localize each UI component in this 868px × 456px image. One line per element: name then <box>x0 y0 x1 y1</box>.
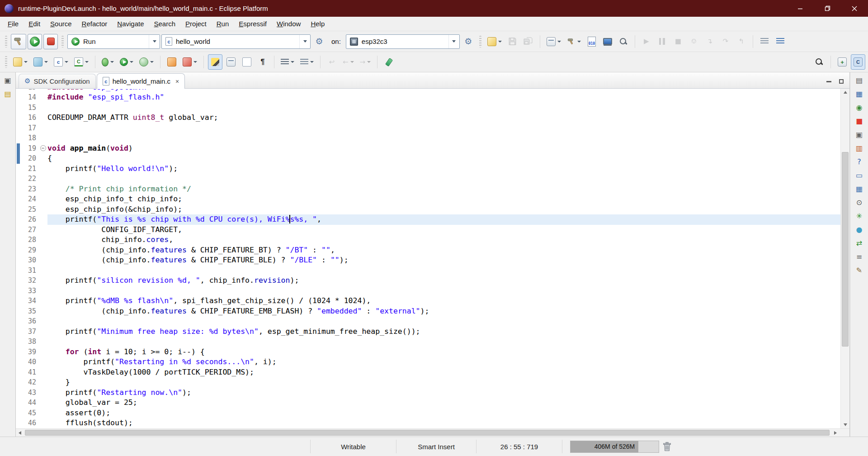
annotation-ruler[interactable] <box>16 286 21 296</box>
code-line-29[interactable]: 29 (chip_info.features & CHIP_FEATURE_BT… <box>16 245 840 256</box>
new-file-dropdown[interactable]: c <box>52 54 71 70</box>
code-line-20[interactable]: 20{ <box>16 153 840 164</box>
annotation-ruler[interactable] <box>16 388 21 398</box>
minimize-view-button[interactable] <box>825 78 832 85</box>
open-type-button[interactable] <box>165 54 179 70</box>
annotation-ruler[interactable] <box>16 266 21 276</box>
scroll-right-button[interactable] <box>831 429 840 437</box>
code-line-37[interactable]: 37 printf("Minimum free heap size: %d by… <box>16 327 840 337</box>
annotation-ruler[interactable] <box>16 164 21 174</box>
sort-dropdown[interactable] <box>278 54 297 70</box>
show-source-button[interactable] <box>240 54 254 70</box>
code-line-18[interactable]: 18 <box>16 133 840 143</box>
code-line-23[interactable]: 23 /* Print chip information */ <box>16 184 840 195</box>
annotation-ruler[interactable] <box>16 194 21 204</box>
menu-refactor[interactable]: Refactor <box>77 17 113 31</box>
code-line-19[interactable]: 19−void app_main(void) <box>16 143 840 154</box>
code-text[interactable] <box>47 286 840 296</box>
horizontal-scroll-thumb[interactable] <box>25 430 830 436</box>
minimized-view-table-icon[interactable]: ▦ <box>854 183 865 195</box>
code-text[interactable]: #include "esp_spi_flash.h" <box>47 92 840 103</box>
external-tools-dropdown[interactable] <box>180 54 199 70</box>
build-button[interactable] <box>11 34 26 49</box>
launch-config-dropdown-arrow[interactable] <box>299 35 310 48</box>
code-line-46[interactable]: 46 fflush(stdout); <box>16 418 840 428</box>
step-return-button[interactable]: ↰ <box>734 34 749 49</box>
toolbar-grip[interactable] <box>61 36 64 48</box>
vertical-scroll-thumb[interactable] <box>842 152 849 347</box>
show-whitespace-toggle[interactable]: ¶ <box>255 54 270 70</box>
annotation-ruler[interactable] <box>16 204 21 215</box>
minimized-view-search-icon[interactable]: ⊙ <box>854 197 865 208</box>
code-text[interactable]: printf("Hello world!\n"); <box>47 164 840 174</box>
code-line-17[interactable]: 17 <box>16 123 840 133</box>
mark-occurrences-toggle[interactable] <box>208 54 222 70</box>
back-dropdown[interactable]: ← <box>340 54 356 70</box>
annotation-ruler[interactable] <box>16 398 21 408</box>
code-line-34[interactable]: 34 printf("%dMB %s flash\n", spi_flash_g… <box>16 296 840 306</box>
debug-dropdown[interactable] <box>99 54 116 70</box>
build-all-dropdown[interactable] <box>565 34 583 49</box>
menu-source[interactable]: Source <box>45 17 77 31</box>
annotation-ruler[interactable] <box>16 214 21 225</box>
annotation-ruler[interactable] <box>16 153 21 164</box>
menu-run[interactable]: Run <box>212 17 234 31</box>
annotation-ruler[interactable] <box>16 316 21 327</box>
annotation-ruler[interactable] <box>16 327 21 337</box>
code-text[interactable]: (chip_info.features & CHIP_FEATURE_BLE) … <box>47 255 840 266</box>
code-text[interactable]: assert(0); <box>47 408 840 418</box>
code-line-42[interactable]: 42 } <box>16 377 840 388</box>
minimized-view-registers-icon[interactable]: ▥ <box>854 142 865 154</box>
annotation-ruler[interactable] <box>16 113 21 123</box>
disconnect-button[interactable]: ⎊ <box>687 34 701 49</box>
c-cpp-perspective-button[interactable]: C <box>851 54 865 70</box>
code-line-33[interactable]: 33 <box>16 286 840 296</box>
code-text[interactable]: chip_info.cores, <box>47 235 840 245</box>
code-text[interactable]: global_var = 25; <box>47 398 840 408</box>
code-line-16[interactable]: 16COREDUMP_DRAM_ATTR uint8_t global_var; <box>16 113 840 123</box>
step-over-button[interactable]: ↷ <box>718 34 733 49</box>
filter-dropdown[interactable] <box>298 54 316 70</box>
code-text[interactable]: fflush(stdout); <box>47 418 840 428</box>
tab-close-button[interactable]: × <box>175 78 179 85</box>
save-button[interactable] <box>505 34 520 49</box>
fold-collapse-icon[interactable]: − <box>40 145 46 151</box>
target-gear-button[interactable]: ⚙ <box>461 34 476 49</box>
code-line-24[interactable]: 24 esp_chip_info_t chip_info; <box>16 194 840 204</box>
target-combo[interactable]: esp32c3 <box>346 34 460 49</box>
code-text[interactable]: void app_main(void) <box>47 143 840 154</box>
code-line-27[interactable]: 27 CONFIG_IDF_TARGET, <box>16 225 840 235</box>
annotation-ruler[interactable] <box>16 235 21 245</box>
console-list-secondary-button[interactable] <box>773 34 788 49</box>
code-line-31[interactable]: 31 <box>16 266 840 276</box>
code-line-44[interactable]: 44 global_var = 25; <box>16 398 840 408</box>
scroll-left-button[interactable] <box>16 429 24 437</box>
annotation-ruler[interactable] <box>16 133 21 143</box>
code-text[interactable]: (chip_info.features & CHIP_FEATURE_BT) ?… <box>47 245 840 256</box>
code-text[interactable] <box>47 174 840 184</box>
code-text[interactable]: vTaskDelay(1000 / portTICK_PERIOD_MS); <box>47 367 840 378</box>
menu-project[interactable]: Project <box>180 17 212 31</box>
code-line-35[interactable]: 35 (chip_info.features & CHIP_FEATURE_EM… <box>16 306 840 317</box>
serial-monitor-button[interactable] <box>600 34 615 49</box>
annotation-ruler[interactable] <box>16 296 21 306</box>
code-line-45[interactable]: 45 assert(0); <box>16 408 840 418</box>
code-line-26[interactable]: 26 printf("This is %s chip with %d CPU c… <box>16 214 840 225</box>
restore-left-views-icon[interactable]: ▣ <box>2 75 14 86</box>
new-wizard-dropdown[interactable] <box>485 34 504 49</box>
close-button[interactable] <box>841 0 868 17</box>
code-text[interactable]: printf("silicon revision %d, ", chip_inf… <box>47 276 840 286</box>
code-line-41[interactable]: 41 vTaskDelay(1000 / portTICK_PERIOD_MS)… <box>16 367 840 378</box>
forward-dropdown[interactable]: → <box>358 54 373 70</box>
code-text[interactable]: (chip_info.features & CHIP_FEATURE_EMB_F… <box>47 306 840 317</box>
annotation-ruler[interactable] <box>16 276 21 286</box>
idf-tools-button[interactable] <box>616 34 631 49</box>
minimized-view-console-icon[interactable]: ▭ <box>854 170 865 181</box>
code-text[interactable]: } <box>47 377 840 388</box>
code-text[interactable] <box>47 316 840 327</box>
fast-view-handle-icon[interactable]: ▤ <box>854 75 865 86</box>
annotation-ruler[interactable] <box>16 103 21 113</box>
code-text[interactable]: esp_chip_info(&chip_info); <box>47 204 840 215</box>
minimized-project-explorer-icon[interactable]: ▤ <box>2 88 14 100</box>
terminate-button[interactable]: ■ <box>671 34 685 49</box>
